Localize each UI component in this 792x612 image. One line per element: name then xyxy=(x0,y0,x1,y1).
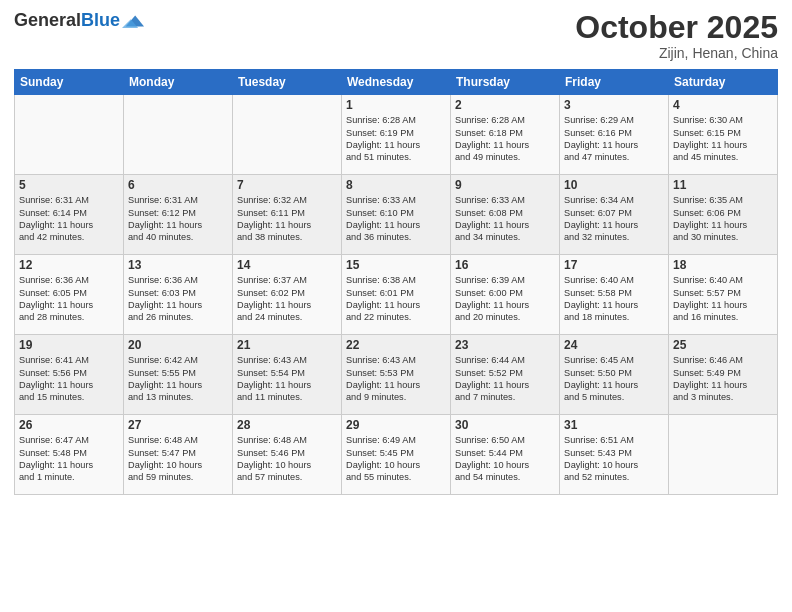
day-number: 22 xyxy=(346,338,446,352)
day-number: 25 xyxy=(673,338,773,352)
calendar-title: October 2025 xyxy=(575,10,778,45)
day-number: 14 xyxy=(237,258,337,272)
day-info: Sunrise: 6:50 AM Sunset: 5:44 PM Dayligh… xyxy=(455,434,555,484)
day-number: 24 xyxy=(564,338,664,352)
calendar-container: GeneralBlue October 2025 Zijin, Henan, C… xyxy=(0,0,792,503)
day-number: 4 xyxy=(673,98,773,112)
calendar-cell: 1Sunrise: 6:28 AM Sunset: 6:19 PM Daylig… xyxy=(342,95,451,175)
day-number: 28 xyxy=(237,418,337,432)
day-number: 17 xyxy=(564,258,664,272)
day-info: Sunrise: 6:40 AM Sunset: 5:57 PM Dayligh… xyxy=(673,274,773,324)
logo-general: General xyxy=(14,10,81,30)
calendar-cell: 2Sunrise: 6:28 AM Sunset: 6:18 PM Daylig… xyxy=(451,95,560,175)
calendar-cell: 10Sunrise: 6:34 AM Sunset: 6:07 PM Dayli… xyxy=(560,175,669,255)
day-info: Sunrise: 6:45 AM Sunset: 5:50 PM Dayligh… xyxy=(564,354,664,404)
day-number: 30 xyxy=(455,418,555,432)
day-info: Sunrise: 6:28 AM Sunset: 6:19 PM Dayligh… xyxy=(346,114,446,164)
day-info: Sunrise: 6:38 AM Sunset: 6:01 PM Dayligh… xyxy=(346,274,446,324)
calendar-cell: 29Sunrise: 6:49 AM Sunset: 5:45 PM Dayli… xyxy=(342,415,451,495)
weekday-header-monday: Monday xyxy=(124,70,233,95)
calendar-cell: 5Sunrise: 6:31 AM Sunset: 6:14 PM Daylig… xyxy=(15,175,124,255)
calendar-cell: 31Sunrise: 6:51 AM Sunset: 5:43 PM Dayli… xyxy=(560,415,669,495)
calendar-cell: 12Sunrise: 6:36 AM Sunset: 6:05 PM Dayli… xyxy=(15,255,124,335)
weekday-header-row: SundayMondayTuesdayWednesdayThursdayFrid… xyxy=(15,70,778,95)
calendar-cell: 13Sunrise: 6:36 AM Sunset: 6:03 PM Dayli… xyxy=(124,255,233,335)
day-info: Sunrise: 6:35 AM Sunset: 6:06 PM Dayligh… xyxy=(673,194,773,244)
weekday-header-tuesday: Tuesday xyxy=(233,70,342,95)
day-number: 12 xyxy=(19,258,119,272)
day-number: 7 xyxy=(237,178,337,192)
calendar-cell: 20Sunrise: 6:42 AM Sunset: 5:55 PM Dayli… xyxy=(124,335,233,415)
calendar-week-1: 1Sunrise: 6:28 AM Sunset: 6:19 PM Daylig… xyxy=(15,95,778,175)
day-info: Sunrise: 6:36 AM Sunset: 6:05 PM Dayligh… xyxy=(19,274,119,324)
day-number: 9 xyxy=(455,178,555,192)
day-number: 18 xyxy=(673,258,773,272)
calendar-cell: 7Sunrise: 6:32 AM Sunset: 6:11 PM Daylig… xyxy=(233,175,342,255)
calendar-cell: 4Sunrise: 6:30 AM Sunset: 6:15 PM Daylig… xyxy=(669,95,778,175)
day-info: Sunrise: 6:48 AM Sunset: 5:47 PM Dayligh… xyxy=(128,434,228,484)
day-info: Sunrise: 6:41 AM Sunset: 5:56 PM Dayligh… xyxy=(19,354,119,404)
calendar-table: SundayMondayTuesdayWednesdayThursdayFrid… xyxy=(14,69,778,495)
day-number: 10 xyxy=(564,178,664,192)
day-info: Sunrise: 6:42 AM Sunset: 5:55 PM Dayligh… xyxy=(128,354,228,404)
day-info: Sunrise: 6:32 AM Sunset: 6:11 PM Dayligh… xyxy=(237,194,337,244)
calendar-cell: 9Sunrise: 6:33 AM Sunset: 6:08 PM Daylig… xyxy=(451,175,560,255)
calendar-cell: 24Sunrise: 6:45 AM Sunset: 5:50 PM Dayli… xyxy=(560,335,669,415)
calendar-cell: 3Sunrise: 6:29 AM Sunset: 6:16 PM Daylig… xyxy=(560,95,669,175)
day-number: 29 xyxy=(346,418,446,432)
weekday-header-friday: Friday xyxy=(560,70,669,95)
day-number: 31 xyxy=(564,418,664,432)
logo-icon xyxy=(122,10,144,32)
calendar-cell: 23Sunrise: 6:44 AM Sunset: 5:52 PM Dayli… xyxy=(451,335,560,415)
day-number: 20 xyxy=(128,338,228,352)
calendar-cell: 19Sunrise: 6:41 AM Sunset: 5:56 PM Dayli… xyxy=(15,335,124,415)
day-number: 13 xyxy=(128,258,228,272)
day-number: 2 xyxy=(455,98,555,112)
logo-blue: Blue xyxy=(81,10,120,30)
day-number: 19 xyxy=(19,338,119,352)
calendar-cell: 17Sunrise: 6:40 AM Sunset: 5:58 PM Dayli… xyxy=(560,255,669,335)
day-info: Sunrise: 6:33 AM Sunset: 6:08 PM Dayligh… xyxy=(455,194,555,244)
calendar-cell: 30Sunrise: 6:50 AM Sunset: 5:44 PM Dayli… xyxy=(451,415,560,495)
day-info: Sunrise: 6:34 AM Sunset: 6:07 PM Dayligh… xyxy=(564,194,664,244)
weekday-header-sunday: Sunday xyxy=(15,70,124,95)
calendar-cell: 18Sunrise: 6:40 AM Sunset: 5:57 PM Dayli… xyxy=(669,255,778,335)
day-number: 27 xyxy=(128,418,228,432)
day-info: Sunrise: 6:49 AM Sunset: 5:45 PM Dayligh… xyxy=(346,434,446,484)
day-info: Sunrise: 6:33 AM Sunset: 6:10 PM Dayligh… xyxy=(346,194,446,244)
calendar-cell xyxy=(669,415,778,495)
weekday-header-saturday: Saturday xyxy=(669,70,778,95)
day-info: Sunrise: 6:40 AM Sunset: 5:58 PM Dayligh… xyxy=(564,274,664,324)
day-info: Sunrise: 6:48 AM Sunset: 5:46 PM Dayligh… xyxy=(237,434,337,484)
logo: GeneralBlue xyxy=(14,10,144,32)
calendar-cell: 21Sunrise: 6:43 AM Sunset: 5:54 PM Dayli… xyxy=(233,335,342,415)
calendar-cell xyxy=(15,95,124,175)
day-info: Sunrise: 6:30 AM Sunset: 6:15 PM Dayligh… xyxy=(673,114,773,164)
calendar-cell xyxy=(233,95,342,175)
day-info: Sunrise: 6:44 AM Sunset: 5:52 PM Dayligh… xyxy=(455,354,555,404)
day-number: 3 xyxy=(564,98,664,112)
day-info: Sunrise: 6:31 AM Sunset: 6:14 PM Dayligh… xyxy=(19,194,119,244)
day-info: Sunrise: 6:36 AM Sunset: 6:03 PM Dayligh… xyxy=(128,274,228,324)
day-number: 1 xyxy=(346,98,446,112)
calendar-cell: 11Sunrise: 6:35 AM Sunset: 6:06 PM Dayli… xyxy=(669,175,778,255)
day-info: Sunrise: 6:43 AM Sunset: 5:53 PM Dayligh… xyxy=(346,354,446,404)
day-number: 21 xyxy=(237,338,337,352)
day-number: 26 xyxy=(19,418,119,432)
day-info: Sunrise: 6:37 AM Sunset: 6:02 PM Dayligh… xyxy=(237,274,337,324)
day-info: Sunrise: 6:47 AM Sunset: 5:48 PM Dayligh… xyxy=(19,434,119,484)
day-info: Sunrise: 6:51 AM Sunset: 5:43 PM Dayligh… xyxy=(564,434,664,484)
calendar-cell: 22Sunrise: 6:43 AM Sunset: 5:53 PM Dayli… xyxy=(342,335,451,415)
calendar-cell xyxy=(124,95,233,175)
calendar-cell: 8Sunrise: 6:33 AM Sunset: 6:10 PM Daylig… xyxy=(342,175,451,255)
calendar-location: Zijin, Henan, China xyxy=(575,45,778,61)
day-number: 16 xyxy=(455,258,555,272)
calendar-week-5: 26Sunrise: 6:47 AM Sunset: 5:48 PM Dayli… xyxy=(15,415,778,495)
calendar-cell: 6Sunrise: 6:31 AM Sunset: 6:12 PM Daylig… xyxy=(124,175,233,255)
calendar-header: GeneralBlue October 2025 Zijin, Henan, C… xyxy=(14,10,778,61)
day-info: Sunrise: 6:31 AM Sunset: 6:12 PM Dayligh… xyxy=(128,194,228,244)
calendar-cell: 25Sunrise: 6:46 AM Sunset: 5:49 PM Dayli… xyxy=(669,335,778,415)
day-info: Sunrise: 6:46 AM Sunset: 5:49 PM Dayligh… xyxy=(673,354,773,404)
calendar-cell: 28Sunrise: 6:48 AM Sunset: 5:46 PM Dayli… xyxy=(233,415,342,495)
day-number: 23 xyxy=(455,338,555,352)
